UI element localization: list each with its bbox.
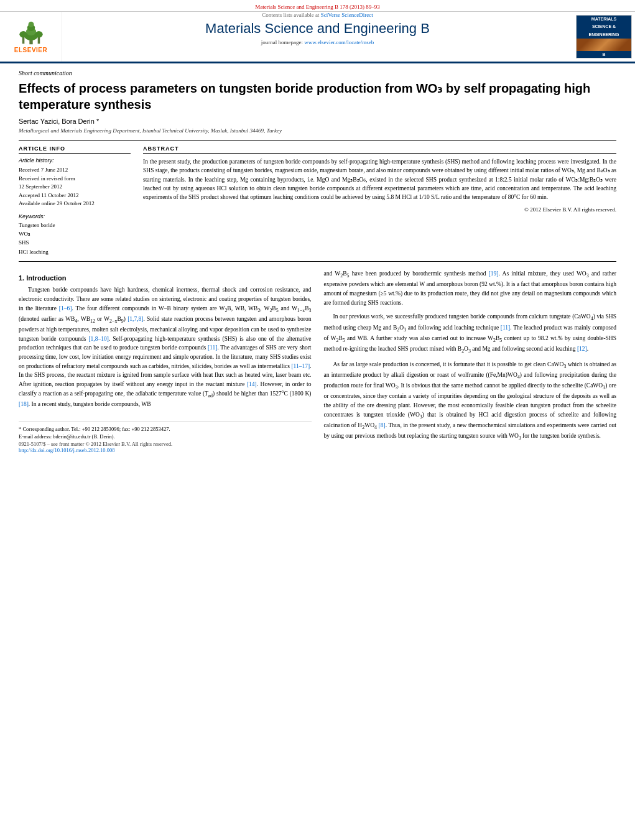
ref-19[interactable]: [19] [489,270,499,277]
ref-11-17[interactable]: [11–17] [291,363,310,369]
ref-1-6[interactable]: [1–6] [59,305,72,312]
ref-11[interactable]: [11] [208,344,217,351]
info-abstract-section: ARTICLE INFO Article history: Received 7… [19,145,616,256]
svg-point-8 [35,30,42,37]
body-left-col: 1. Introduction Tungsten boride compound… [19,269,312,453]
keyword-1: Tungsten boride [19,221,131,229]
svg-rect-0 [29,40,32,44]
homepage-link[interactable]: www.elsevier.com/locate/mseb [304,39,374,45]
logo-image [577,39,631,51]
keyword-2: WO₃ [19,229,131,238]
logo-title-2: SCIENCE & [577,23,631,30]
history-label: Article history: [19,157,131,164]
ref-8[interactable]: [8] [379,422,386,428]
journal-header: ELSEVIER Contents lists available at Sci… [0,12,635,63]
journal-header-center: Contents lists available at SciVerse Sci… [62,12,573,62]
ref-12[interactable]: [12] [577,346,587,352]
divider-2 [19,261,616,262]
revised-date: 12 September 2012 [19,183,131,192]
received-date: Received 7 June 2012 [19,166,131,175]
corresponding-author: * Corresponding author. Tel.: +90 212 28… [19,426,312,432]
divider-1 [19,140,616,141]
authors: Sertac Yazici, Bora Derin * [19,118,616,125]
logo-b-label: B [577,51,631,58]
section-1-heading: 1. Introduction [19,274,312,282]
affiliation: Metallurgical and Materials Engineering … [19,127,616,134]
page: Materials Science and Engineering B 178 … [0,0,635,840]
copyright: © 2012 Elsevier B.V. All rights reserved… [143,206,616,213]
available-online: Available online 29 October 2012 [19,200,131,208]
article-type: Short communication [19,70,616,76]
doi[interactable]: http://dx.doi.org/10.1016/j.mseb.2012.10… [19,447,312,453]
received-revised-label: Received in revised form [19,175,131,183]
homepage-line: journal homepage: www.elsevier.com/locat… [62,39,573,45]
body-paragraph-1: Tungsten boride compounds have high hard… [19,285,312,409]
keyword-3: SHS [19,238,131,247]
body-right-col: and W2B5 have been produced by borotherm… [324,269,617,453]
body-paragraph-4: As far as large scale production is conc… [324,360,617,442]
keyword-4: HCl leaching [19,247,131,256]
body-paragraph-2: and W2B5 have been produced by borotherm… [324,269,617,307]
email-footnote: E-mail address: bderin@itu.edu.tr (B. De… [19,433,312,440]
ref-18[interactable]: [18] [19,401,29,407]
article-info-panel: ARTICLE INFO Article history: Received 7… [19,145,131,256]
issn: 0921-5107/$ – see front matter © 2012 El… [19,441,312,447]
svg-point-4 [28,21,34,27]
elsevier-wordmark: ELSEVIER [14,47,47,53]
ref-1-7-8[interactable]: [1,7,8] [127,316,143,322]
elsevier-tree-icon [12,21,50,45]
footnote-area: * Corresponding author. Tel.: +90 212 28… [19,422,312,453]
journal-title: Materials Science and Engineering B [62,21,573,37]
logo-title-3: ENGINEERING [577,31,631,39]
ref-14[interactable]: [14] [247,381,257,387]
body-paragraph-3: In our previous work, we successfully pr… [324,312,617,355]
svg-rect-5 [22,37,24,44]
svg-rect-7 [37,37,40,44]
accepted-date: Accepted 11 October 2012 [19,192,131,200]
elsevier-logo-area: ELSEVIER [0,12,62,62]
journal-logo-box: MATERIALS SCIENCE & ENGINEERING B [576,15,632,58]
journal-ref-text: Materials Science and Engineering B 178 … [255,4,380,10]
article-title: Effects of process parameters on tungste… [19,80,616,113]
abstract-label: ABSTRACT [143,145,616,154]
main-content: Short communication Effects of process p… [0,63,635,459]
sciverse-link[interactable]: SciVerse ScienceDirect [321,12,373,18]
article-info-label: ARTICLE INFO [19,145,131,154]
sciverse-line: Contents lists available at SciVerse Sci… [62,12,573,18]
svg-point-6 [19,30,27,37]
ref-11b[interactable]: [11] [501,325,510,331]
ref-1-8-10[interactable]: [1,8–10] [88,336,108,342]
logo-title-1: MATERIALS [577,16,631,23]
keywords-label: Keywords: [19,213,131,219]
body-content: 1. Introduction Tungsten boride compound… [19,269,616,453]
elsevier-logo: ELSEVIER [12,21,50,53]
abstract-text: In the present study, the production par… [143,157,616,201]
journal-reference-bar: Materials Science and Engineering B 178 … [0,0,635,12]
abstract-panel: ABSTRACT In the present study, the produ… [143,145,616,256]
body-two-col: 1. Introduction Tungsten boride compound… [19,269,616,453]
